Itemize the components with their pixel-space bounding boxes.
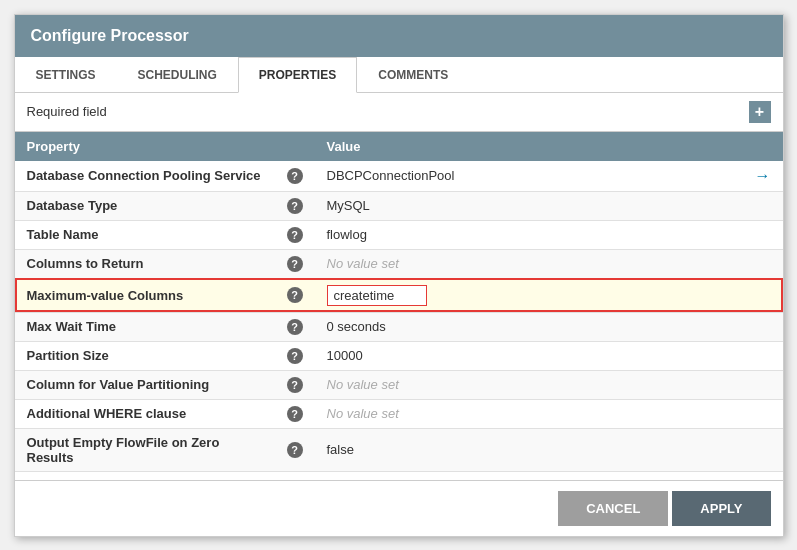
table-row: Table Name?flowlog bbox=[15, 220, 783, 249]
value-cell[interactable]: createtime bbox=[315, 278, 743, 312]
help-icon[interactable]: ? bbox=[287, 198, 303, 214]
help-icon[interactable]: ? bbox=[287, 168, 303, 184]
dialog-footer: CANCEL APPLY bbox=[15, 480, 783, 536]
action-cell bbox=[743, 312, 783, 341]
action-cell bbox=[743, 249, 783, 278]
col-help-header bbox=[275, 132, 315, 161]
help-icon-cell[interactable]: ? bbox=[275, 370, 315, 399]
property-name-cell: Database Type bbox=[15, 191, 275, 220]
table-row: Database Connection Pooling Service?DBCP… bbox=[15, 161, 783, 192]
value-cell: DBCPConnectionPool bbox=[315, 161, 743, 192]
help-icon-cell[interactable]: ? bbox=[275, 428, 315, 471]
arrow-link[interactable]: → bbox=[755, 167, 771, 184]
value-cell: 0 seconds bbox=[315, 312, 743, 341]
property-name-cell: Maximum-value Columns bbox=[15, 278, 275, 312]
tab-bar: SETTINGS SCHEDULING PROPERTIES COMMENTS bbox=[15, 57, 783, 93]
required-field-label: Required field bbox=[27, 104, 107, 119]
action-cell bbox=[743, 399, 783, 428]
configure-processor-dialog: Configure Processor SETTINGS SCHEDULING … bbox=[14, 14, 784, 537]
tab-scheduling[interactable]: SCHEDULING bbox=[117, 57, 238, 93]
value-cell: No value set bbox=[315, 249, 743, 278]
action-cell bbox=[743, 278, 783, 312]
property-name-cell: Additional WHERE clause bbox=[15, 399, 275, 428]
help-icon-cell[interactable]: ? bbox=[275, 249, 315, 278]
help-icon[interactable]: ? bbox=[287, 442, 303, 458]
help-icon-cell[interactable]: ? bbox=[275, 191, 315, 220]
table-row: Max Wait Time?0 seconds bbox=[15, 312, 783, 341]
apply-button[interactable]: APPLY bbox=[672, 491, 770, 526]
action-cell: → bbox=[743, 161, 783, 192]
properties-table: Property Value Database Connection Pooli… bbox=[15, 132, 783, 472]
property-name-cell: Partition Size bbox=[15, 341, 275, 370]
value-cell: false bbox=[315, 428, 743, 471]
col-value-header: Value bbox=[315, 132, 743, 161]
table-row: Partition Size?10000 bbox=[15, 341, 783, 370]
content-area: Required field + Property Value Database… bbox=[15, 93, 783, 472]
col-property-header: Property bbox=[15, 132, 275, 161]
value-input[interactable]: createtime bbox=[327, 285, 427, 306]
help-icon-cell[interactable]: ? bbox=[275, 278, 315, 312]
tab-properties[interactable]: PROPERTIES bbox=[238, 57, 357, 93]
value-cell: MySQL bbox=[315, 191, 743, 220]
table-row: Additional WHERE clause?No value set bbox=[15, 399, 783, 428]
tab-settings[interactable]: SETTINGS bbox=[15, 57, 117, 93]
required-field-bar: Required field + bbox=[15, 93, 783, 132]
tab-comments[interactable]: COMMENTS bbox=[357, 57, 469, 93]
help-icon[interactable]: ? bbox=[287, 406, 303, 422]
table-row: Output Empty FlowFile on Zero Results?fa… bbox=[15, 428, 783, 471]
property-name-cell: Output Empty FlowFile on Zero Results bbox=[15, 428, 275, 471]
help-icon[interactable]: ? bbox=[287, 287, 303, 303]
property-name-cell: Columns to Return bbox=[15, 249, 275, 278]
help-icon[interactable]: ? bbox=[287, 377, 303, 393]
help-icon-cell[interactable]: ? bbox=[275, 341, 315, 370]
table-row: Maximum-value Columns?createtime bbox=[15, 278, 783, 312]
help-icon[interactable]: ? bbox=[287, 256, 303, 272]
action-cell bbox=[743, 220, 783, 249]
action-cell bbox=[743, 191, 783, 220]
property-name-cell: Table Name bbox=[15, 220, 275, 249]
dialog-header: Configure Processor bbox=[15, 15, 783, 57]
dialog-title: Configure Processor bbox=[31, 27, 189, 44]
value-cell: No value set bbox=[315, 399, 743, 428]
action-cell bbox=[743, 428, 783, 471]
value-cell: 10000 bbox=[315, 341, 743, 370]
value-cell: flowlog bbox=[315, 220, 743, 249]
help-icon[interactable]: ? bbox=[287, 348, 303, 364]
col-action-header bbox=[743, 132, 783, 161]
help-icon-cell[interactable]: ? bbox=[275, 161, 315, 192]
help-icon-cell[interactable]: ? bbox=[275, 399, 315, 428]
table-row: Columns to Return?No value set bbox=[15, 249, 783, 278]
table-header-row: Property Value bbox=[15, 132, 783, 161]
cancel-button[interactable]: CANCEL bbox=[558, 491, 668, 526]
table-row: Database Type?MySQL bbox=[15, 191, 783, 220]
table-row: Column for Value Partitioning?No value s… bbox=[15, 370, 783, 399]
help-icon-cell[interactable]: ? bbox=[275, 312, 315, 341]
action-cell bbox=[743, 341, 783, 370]
add-property-button[interactable]: + bbox=[749, 101, 771, 123]
help-icon[interactable]: ? bbox=[287, 319, 303, 335]
value-cell: No value set bbox=[315, 370, 743, 399]
help-icon[interactable]: ? bbox=[287, 227, 303, 243]
property-name-cell: Database Connection Pooling Service bbox=[15, 161, 275, 192]
help-icon-cell[interactable]: ? bbox=[275, 220, 315, 249]
property-name-cell: Max Wait Time bbox=[15, 312, 275, 341]
property-name-cell: Column for Value Partitioning bbox=[15, 370, 275, 399]
action-cell bbox=[743, 370, 783, 399]
